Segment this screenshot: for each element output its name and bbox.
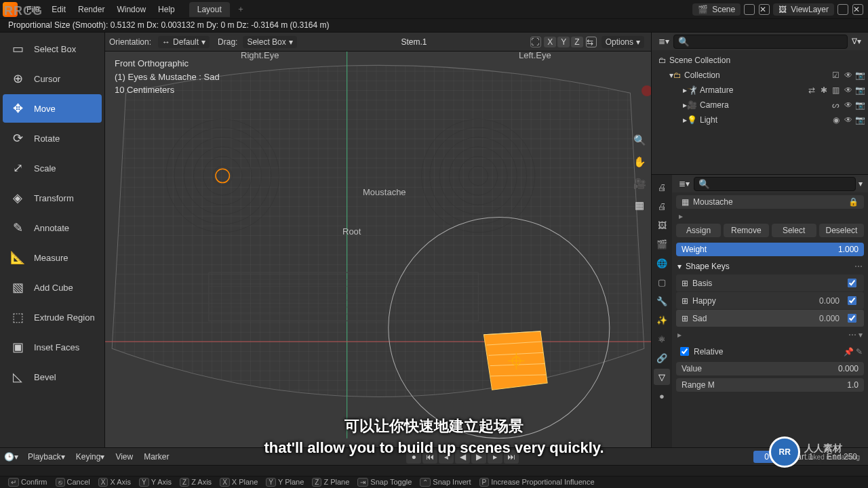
deselect-button[interactable]: Deselect	[819, 224, 864, 237]
tree-item-armature[interactable]: ▸🤺Armature⇄✱▥👁📷	[652, 83, 868, 98]
chevron-down-icon[interactable]: ▾	[859, 179, 863, 188]
tab-constraints-icon[interactable]: 🔗	[654, 350, 670, 366]
remove-button[interactable]: Remove	[724, 224, 768, 237]
tool-measure[interactable]: 📐Measure	[3, 243, 102, 272]
select-button[interactable]: Select	[772, 224, 816, 237]
tool-move[interactable]: ✥Move	[3, 94, 102, 123]
eye-icon[interactable]: 👁	[843, 100, 853, 110]
menu-help[interactable]: Help	[152, 0, 181, 18]
tab-physics-icon[interactable]: ⚛	[654, 331, 670, 347]
tab-mesh-data-icon[interactable]: ▽	[654, 369, 670, 385]
tool-bevel[interactable]: ◺Bevel	[3, 363, 102, 391]
tab-scene-icon[interactable]: 🎬	[654, 236, 670, 252]
tool-cursor[interactable]: ⊕Cursor	[3, 64, 102, 93]
tab-render-icon[interactable]: 🖨	[654, 179, 670, 195]
tab-modifier-icon[interactable]: 🔧	[654, 293, 670, 309]
tool-inset-faces[interactable]: ▣Inset Faces	[3, 333, 102, 361]
scene-selector[interactable]: 🎬 Scene	[692, 3, 741, 16]
assign-button[interactable]: Assign	[676, 224, 721, 237]
tree-scene-collection[interactable]: 🗀 Scene Collection	[652, 53, 868, 68]
shapekey-enable-checkbox[interactable]	[848, 296, 856, 305]
tab-viewlayer-icon[interactable]: 🖼	[654, 217, 670, 233]
outliner-search-input[interactable]	[673, 35, 848, 49]
axis-z-toggle[interactable]: Z	[571, 37, 583, 47]
options-dropdown[interactable]: Options ▾	[601, 36, 644, 48]
outliner: ≣▾ ∇▾ 🗀 Scene Collection ▾ 🗀 Collection …	[652, 33, 868, 175]
lock-icon[interactable]: 🔒	[848, 197, 859, 207]
filter-icon[interactable]: ∇▾	[852, 37, 861, 46]
delete-layer-icon[interactable]: ✕	[852, 4, 863, 15]
expand-icon[interactable]: ▸	[679, 211, 683, 221]
weight-slider[interactable]: Weight 1.000	[676, 243, 864, 256]
tab-world-icon[interactable]: 🌐	[654, 255, 670, 271]
orientation-dropdown[interactable]: ↔ Default ▾	[158, 36, 210, 48]
tab-output-icon[interactable]: 🖨	[654, 198, 670, 214]
axis-x-toggle[interactable]: X	[544, 37, 556, 47]
object-mode-icon[interactable]: ▥	[831, 85, 841, 95]
shapekey-value-field[interactable]: Value 0.000	[676, 362, 864, 375]
shapekey-row-happy[interactable]: ⊞Happy0.000	[676, 292, 864, 309]
tab-material-icon[interactable]: ●	[654, 388, 670, 404]
gizmo-toggle-icon[interactable]: ⛶	[530, 37, 541, 47]
panel-menu-icon[interactable]: ⋯	[854, 262, 863, 271]
pan-icon[interactable]: ✋	[632, 155, 647, 169]
object-mode-icon[interactable]: ✱	[818, 85, 829, 95]
drag-dropdown[interactable]: Select Box ▾	[243, 36, 296, 48]
camera-view-icon[interactable]: 🎥	[632, 176, 647, 191]
tool-select-box[interactable]: ▭Select Box	[3, 35, 102, 63]
outliner-mode-icon[interactable]: ≣▾	[658, 37, 669, 46]
tool-scale[interactable]: ⤢Scale	[3, 154, 102, 182]
shapekey-row-sad[interactable]: ⊞Sad0.000	[676, 310, 864, 327]
tool-transform[interactable]: ◈Transform	[3, 184, 102, 212]
shapekey-row-basis[interactable]: ⊞Basis	[676, 274, 864, 291]
camera-icon[interactable]: 📷	[855, 115, 865, 125]
menu-render[interactable]: Render	[72, 0, 111, 18]
perspective-toggle-icon[interactable]: ▦	[632, 198, 647, 213]
relative-checkbox[interactable]	[680, 347, 689, 356]
pin-icon[interactable]: 📌 ✎	[844, 347, 863, 357]
eye-icon[interactable]: 👁	[843, 115, 853, 125]
eye-icon[interactable]: 👁	[843, 70, 853, 80]
shapekey-enable-checkbox[interactable]	[848, 314, 856, 323]
eye-icon[interactable]: 👁	[843, 85, 853, 95]
camera-icon[interactable]: 📷	[855, 70, 865, 80]
mirror-icon[interactable]: ⇆	[586, 37, 597, 47]
shapekey-range-field[interactable]: Range M 1.0	[676, 378, 864, 392]
shapekey-extras-icon[interactable]: ⋯ ▾	[848, 330, 863, 340]
vertex-group-row[interactable]: ▦ Moustache 🔒	[676, 195, 864, 209]
object-mode-icon[interactable]: ⇄	[806, 85, 816, 95]
menu-edit[interactable]: Edit	[45, 0, 72, 18]
menu-window[interactable]: Window	[111, 0, 152, 18]
tree-item-light[interactable]: ▸💡Light◉👁📷	[652, 113, 868, 127]
expand-icon[interactable]: ▸	[677, 330, 682, 340]
tree-collection[interactable]: ▾ 🗀 Collection ☑ 👁 📷	[652, 68, 868, 83]
viewport-canvas[interactable]: Front Orthographic (1) Eyes & Mustache :…	[105, 52, 651, 447]
camera-icon[interactable]: 📷	[855, 85, 865, 95]
delete-scene-icon[interactable]: ✕	[759, 4, 770, 15]
shape-keys-panel-header[interactable]: ▾ Shape Keys ⋯	[672, 259, 868, 274]
outliner-tree[interactable]: 🗀 Scene Collection ▾ 🗀 Collection ☑ 👁 📷 …	[652, 50, 868, 174]
new-scene-icon[interactable]	[744, 4, 755, 15]
timeline-track[interactable]	[0, 465, 868, 476]
tool-add-cube[interactable]: ▧Add Cube	[3, 273, 102, 302]
axis-y-toggle[interactable]: Y	[557, 37, 570, 47]
tool-rotate[interactable]: ⟳Rotate	[3, 124, 102, 152]
tool-annotate[interactable]: ✎Annotate	[3, 214, 102, 242]
properties-search-input[interactable]	[694, 177, 856, 191]
shapekey-enable-checkbox[interactable]	[848, 279, 856, 287]
tool-extrude-region[interactable]: ⬚Extrude Region	[3, 303, 102, 331]
zoom-icon[interactable]: 🔍	[632, 133, 647, 148]
object-mode-icon[interactable]: ᔕ	[831, 100, 841, 110]
workspace-tab-layout[interactable]: Layout	[189, 2, 230, 17]
viewlayer-selector[interactable]: 🖼 ViewLayer	[773, 3, 834, 16]
3d-viewport[interactable]: Orientation: ↔ Default ▾ Drag: Select Bo…	[105, 33, 651, 447]
tab-object-icon[interactable]: ▢	[654, 274, 670, 290]
tab-particles-icon[interactable]: ✨	[654, 312, 670, 328]
checkbox-icon[interactable]: ☑	[831, 70, 841, 80]
prop-editor-icon[interactable]: ≣▾	[679, 179, 690, 188]
camera-icon[interactable]: 📷	[855, 100, 865, 110]
object-mode-icon[interactable]: ◉	[831, 115, 841, 125]
new-layer-icon[interactable]	[837, 4, 848, 15]
add-workspace-button[interactable]: ＋	[230, 3, 252, 15]
tree-item-camera[interactable]: ▸🎥Cameraᔕ👁📷	[652, 98, 868, 113]
